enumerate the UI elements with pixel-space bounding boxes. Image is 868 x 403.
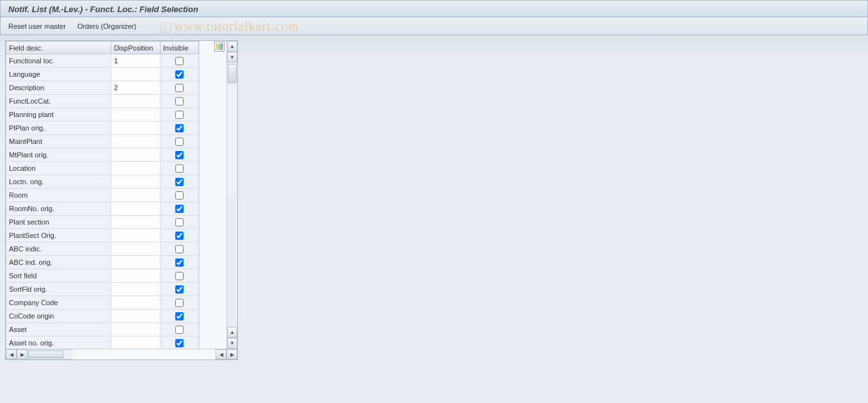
col-header-invisible[interactable]: Invisible	[160, 42, 198, 54]
disp-position-cell[interactable]	[111, 95, 161, 108]
invisible-checkbox[interactable]	[175, 326, 184, 334]
field-desc-cell[interactable]: Loctn. orig.	[6, 175, 111, 189]
table-row[interactable]: MaintPlant	[6, 135, 199, 148]
table-row[interactable]: ABC ind. orig.	[6, 256, 199, 269]
disp-position-cell[interactable]	[111, 310, 161, 323]
disp-position-cell[interactable]	[111, 175, 161, 189]
disp-position-cell[interactable]	[111, 336, 161, 349]
field-desc-cell[interactable]: PlPlan orig.	[6, 122, 111, 135]
disp-position-cell[interactable]	[111, 108, 161, 122]
table-row[interactable]: Company Code	[6, 296, 199, 310]
invisible-checkbox[interactable]	[175, 232, 184, 240]
table-settings-button[interactable]	[214, 42, 225, 52]
table-row[interactable]: Sort field	[6, 269, 199, 283]
hscroll-right-left-button[interactable]: ◀	[216, 349, 226, 360]
disp-position-cell[interactable]: 2	[111, 81, 161, 95]
disp-position-cell[interactable]	[111, 216, 161, 229]
scroll-bottom-down-button[interactable]: ▼	[227, 338, 237, 349]
invisible-checkbox[interactable]	[175, 299, 184, 307]
table-row[interactable]: Functional loc.1	[6, 54, 199, 68]
field-desc-cell[interactable]: MaintPlant	[6, 135, 111, 148]
disp-position-cell[interactable]	[111, 283, 161, 296]
field-desc-cell[interactable]: ABC ind. orig.	[6, 256, 111, 269]
hscroll-thumb[interactable]	[28, 351, 63, 358]
hscroll-right-button[interactable]: ▶	[17, 349, 28, 360]
invisible-checkbox[interactable]	[175, 272, 184, 280]
table-row[interactable]: Description2	[6, 81, 199, 95]
table-row[interactable]: SortFld orig.	[6, 283, 199, 296]
field-desc-cell[interactable]: FunctLocCat.	[6, 95, 111, 108]
invisible-checkbox[interactable]	[175, 191, 184, 200]
table-row[interactable]: ABC indic.	[6, 242, 199, 256]
table-row[interactable]: Room	[6, 189, 199, 202]
field-desc-cell[interactable]: Language	[6, 68, 111, 81]
invisible-checkbox[interactable]	[175, 285, 184, 294]
disp-position-cell[interactable]	[111, 162, 161, 175]
field-desc-cell[interactable]: Room	[6, 189, 111, 202]
invisible-checkbox[interactable]	[175, 124, 184, 132]
scroll-bottom-up-button[interactable]: ▲	[227, 327, 237, 338]
invisible-checkbox[interactable]	[175, 138, 184, 146]
table-row[interactable]: Loctn. orig.	[6, 175, 199, 189]
field-desc-cell[interactable]: Description	[6, 81, 111, 95]
field-desc-cell[interactable]: Functional loc.	[6, 54, 111, 68]
reset-user-master-button[interactable]: Reset user master	[8, 22, 66, 30]
field-desc-cell[interactable]: Plant section	[6, 216, 111, 229]
table-row[interactable]: CoCode origin	[6, 310, 199, 323]
table-row[interactable]: FunctLocCat.	[6, 95, 199, 108]
table-row[interactable]: Plant section	[6, 216, 199, 229]
disp-position-cell[interactable]: 1	[111, 54, 161, 68]
field-desc-cell[interactable]: Sort field	[6, 269, 111, 283]
disp-position-cell[interactable]	[111, 135, 161, 148]
invisible-checkbox[interactable]	[175, 312, 184, 320]
vertical-scrollbar[interactable]: ▲ ▼ ▲ ▼	[226, 41, 237, 349]
hscroll-track[interactable]	[28, 349, 72, 360]
invisible-checkbox[interactable]	[175, 245, 184, 253]
table-row[interactable]: Language	[6, 68, 199, 81]
col-header-field-desc[interactable]: Field desc.	[6, 42, 111, 54]
invisible-checkbox[interactable]	[175, 218, 184, 226]
disp-position-cell[interactable]	[111, 269, 161, 283]
hscroll-left-button[interactable]: ◀	[6, 349, 17, 360]
invisible-checkbox[interactable]	[175, 258, 184, 267]
orders-organizer-button[interactable]: Orders (Organizer)	[77, 22, 136, 30]
invisible-checkbox[interactable]	[175, 97, 184, 106]
disp-position-cell[interactable]	[111, 148, 161, 162]
disp-position-cell[interactable]	[111, 256, 161, 269]
invisible-checkbox[interactable]	[175, 151, 184, 159]
table-row[interactable]: PlPlan orig.	[6, 122, 199, 135]
field-desc-cell[interactable]: PlantSect Orig.	[6, 229, 111, 242]
disp-position-cell[interactable]	[111, 189, 161, 202]
field-desc-cell[interactable]: CoCode origin	[6, 310, 111, 323]
disp-position-cell[interactable]	[111, 296, 161, 310]
scroll-track[interactable]	[227, 63, 237, 195]
invisible-checkbox[interactable]	[175, 178, 184, 186]
invisible-checkbox[interactable]	[175, 339, 184, 347]
invisible-checkbox[interactable]	[175, 57, 184, 65]
disp-position-cell[interactable]	[111, 229, 161, 242]
col-header-disp-position[interactable]: DispPosition	[111, 42, 161, 54]
field-desc-cell[interactable]: RoomNo. orig.	[6, 202, 111, 216]
table-row[interactable]: Asset no. orig.	[6, 336, 199, 349]
invisible-checkbox[interactable]	[175, 84, 184, 92]
disp-position-cell[interactable]	[111, 122, 161, 135]
scroll-thumb[interactable]	[228, 64, 237, 83]
table-row[interactable]: PlantSect Orig.	[6, 229, 199, 242]
scroll-up-button[interactable]: ▲	[227, 41, 237, 52]
disp-position-cell[interactable]	[111, 323, 161, 336]
disp-position-cell[interactable]	[111, 242, 161, 256]
invisible-checkbox[interactable]	[175, 205, 184, 213]
field-desc-cell[interactable]: Asset	[6, 323, 111, 336]
field-desc-cell[interactable]: Location	[6, 162, 111, 175]
field-desc-cell[interactable]: Planning plant	[6, 108, 111, 122]
field-desc-cell[interactable]: SortFld orig.	[6, 283, 111, 296]
scroll-down-button[interactable]: ▼	[227, 52, 237, 63]
invisible-checkbox[interactable]	[175, 111, 184, 119]
table-row[interactable]: Location	[6, 162, 199, 175]
invisible-checkbox[interactable]	[175, 164, 184, 173]
invisible-checkbox[interactable]	[175, 70, 184, 79]
table-row[interactable]: RoomNo. orig.	[6, 202, 199, 216]
field-desc-cell[interactable]: Asset no. orig.	[6, 336, 111, 349]
field-desc-cell[interactable]: ABC indic.	[6, 242, 111, 256]
disp-position-cell[interactable]	[111, 68, 161, 81]
